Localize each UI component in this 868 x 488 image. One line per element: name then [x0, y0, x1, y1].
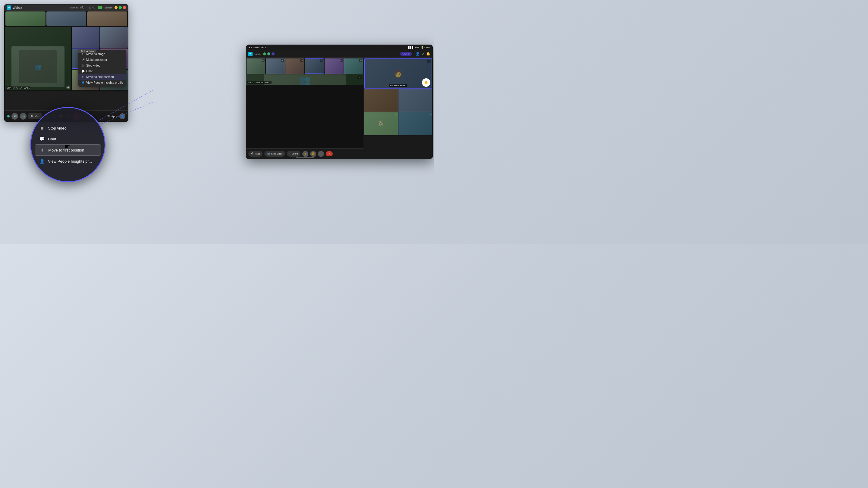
webex-app-icon: W [7, 5, 11, 10]
battery-icon: 🔋100% [421, 46, 430, 49]
tablet-webex-icon: W [248, 52, 253, 56]
audio-btn[interactable]: 🔊 [11, 113, 18, 120]
dot2 [267, 53, 270, 56]
tablet-status-dots [263, 53, 275, 56]
stop-video-icon: 🎥 [82, 64, 84, 67]
status-dot [7, 115, 10, 118]
t-cell-1[interactable]: ··· [364, 89, 398, 112]
t-thumb-2[interactable]: ··· [266, 59, 284, 74]
t-cell-2[interactable]: ··· [398, 89, 432, 112]
thumb-1[interactable] [5, 11, 45, 26]
tablet-video-icon: 📹 [267, 152, 270, 156]
maximize-btn[interactable] [119, 6, 122, 9]
tablet-mute-btn[interactable]: 🎙 Mute [248, 151, 262, 157]
meeting-info[interactable]: Meeting info [69, 6, 84, 9]
room-label: SHN7-16-GREAT WALL [6, 87, 30, 89]
tablet-room-label: SHN7-16-GREAT WALL [247, 81, 272, 84]
presenter-icon: 🎤 [82, 59, 84, 61]
person-wave-icon: ✋ [422, 78, 430, 87]
tablet-status-right: ▊▊▊ WiFi 🔋100% [408, 46, 430, 49]
spotlight-dots[interactable]: ··· [427, 60, 431, 63]
thumb-3[interactable] [87, 11, 127, 26]
vid-cell-2[interactable] [100, 27, 128, 48]
tablet-bell-icon[interactable]: 🔔 [426, 52, 430, 56]
dot1 [263, 53, 266, 56]
circle-chat[interactable]: 💬 Chat [35, 133, 101, 144]
apps-btn[interactable]: ⊞ Apps [108, 115, 118, 118]
cell-dots-3[interactable]: ··· [395, 113, 397, 116]
video-settings-btn[interactable]: 📹 [20, 113, 27, 120]
spotlight-cell[interactable]: 👩 Isabelle Brennan ··· ✋ [364, 59, 432, 89]
mute-btn[interactable]: 🎙 Mu... [28, 113, 42, 119]
circle-move-first-icon: ⬆ [39, 147, 45, 153]
layout-btn-small[interactable]: Layout [104, 6, 113, 9]
tablet-end-call-btn[interactable]: ✕ [326, 151, 333, 156]
ctx-stop-video[interactable]: 🎥 Stop video [79, 63, 126, 68]
tablet-react-btn[interactable]: 😊 [310, 151, 316, 157]
time-display: 12:40 [88, 6, 95, 9]
tablet-layout-btn[interactable]: Layout [400, 52, 412, 56]
cell-dots-4[interactable]: ··· [430, 113, 432, 116]
circle-stop-video-icon: ⏹ [39, 125, 45, 131]
t-thumb-6[interactable]: ··· [344, 59, 363, 74]
tablet-main: ··· ··· ··· ··· ··· [246, 58, 433, 159]
ctx-chat[interactable]: 💬 Chat [79, 68, 126, 74]
t-cell-4[interactable]: ··· [398, 112, 432, 135]
ctx-move-first[interactable]: ⬆ Move to first position [79, 74, 126, 80]
circle-people-insights[interactable]: 👤 View People Insights pr... [35, 156, 101, 167]
mic-icon: 🎙 [66, 86, 70, 89]
thumb-dots-1[interactable]: ··· [261, 59, 265, 62]
tablet-toolbar: W 12:40 Layout 👤 ↗ 🔔 [246, 50, 433, 58]
minimize-btn[interactable] [115, 6, 118, 9]
thumb-dots-6[interactable]: ··· [359, 59, 362, 62]
circle-stop-video[interactable]: ⏹ Stop video [35, 123, 101, 133]
home-indicator [296, 157, 314, 158]
cell-dots-1[interactable]: ··· [395, 90, 397, 93]
tablet-thumb-row: ··· ··· ··· ··· ··· [246, 58, 364, 74]
tablet-mic-icon: 🎙 [251, 152, 254, 156]
spotlight-name: Isabelle Brennan [389, 84, 407, 87]
tablet-stop-video-btn[interactable]: 📹 Stop video [264, 151, 285, 157]
t-thumb-3[interactable]: ··· [285, 59, 304, 74]
tablet-right-grid: 👩 Isabelle Brennan ··· ✋ ··· ··· 🐕 ··· [364, 58, 433, 159]
tablet-share-btn[interactable]: ↑ Share [287, 151, 301, 157]
unmute-bar[interactable]: 🎙 Unmute [79, 49, 96, 53]
window-controls: 12:40 ✓ Layout [88, 6, 126, 9]
tablet-left-panel: ··· ··· ··· ··· ··· [246, 58, 364, 159]
thumb-2[interactable] [46, 11, 87, 26]
tablet-statusbar: 9:41 Mon Jun 3 ▊▊▊ WiFi 🔋100% [246, 44, 433, 50]
tablet-video-dots[interactable]: ··· [358, 76, 362, 79]
t-cell-3[interactable]: 🐕 ··· [364, 112, 398, 135]
tablet-share-icon[interactable]: ↗ [422, 52, 424, 56]
thumb-dots-3[interactable]: ··· [300, 59, 304, 62]
t-thumb-4[interactable]: ··· [305, 59, 324, 74]
ctx-people-insights[interactable]: 👤 View People Insights profile [79, 80, 126, 86]
signal-icon: ▊▊▊ [408, 46, 413, 49]
circle-move-first[interactable]: ⬆ Move to first position [35, 144, 101, 156]
people-insights-icon-small: 👤 [82, 82, 84, 84]
chat-icon-small: 💬 [82, 70, 84, 73]
thumb-dots-5[interactable]: ··· [340, 59, 343, 62]
thumb-dots-2[interactable]: ··· [281, 59, 284, 62]
vid-cell-1[interactable] [72, 27, 99, 48]
cell-dots-2[interactable]: ··· [430, 90, 432, 93]
status-indicator: ✓ [98, 6, 102, 9]
participant-btn[interactable]: 👤 [119, 113, 125, 119]
thumb-dots-4[interactable]: ··· [320, 59, 323, 62]
tablet-bottom-bar: 🎙 Mute 📹 Stop video ↑ Share ⚡ 😊 ··· ✕ [246, 148, 364, 159]
move-first-icon-small: ⬆ [82, 76, 84, 78]
tablet-window: 9:41 Mon Jun 3 ▊▊▊ WiFi 🔋100% W 12:40 La… [246, 44, 433, 159]
webex-desktop-window: W Webex Meeting info 12:40 ✓ Layout [4, 4, 128, 122]
t-thumb-1[interactable]: ··· [247, 59, 265, 74]
t-thumb-5[interactable]: ··· [324, 59, 343, 74]
tablet-share-icon: ↑ [289, 152, 291, 156]
tablet-bluetooth-btn[interactable]: ⚡ [302, 151, 308, 157]
close-btn[interactable] [123, 6, 126, 9]
mic-btn-icon: 🎙 [30, 115, 34, 118]
circle-context-menu: ⏹ Stop video 💬 Chat ⬆ Move to first posi… [30, 107, 105, 182]
ctx-make-presenter[interactable]: 🎤 Make presenter [79, 57, 126, 63]
circle-chat-icon: 💬 [39, 136, 45, 142]
tablet-person-icon[interactable]: 👤 [415, 52, 420, 56]
context-menu: ⬆ Move to stage 🎤 Make presenter 🎥 Stop … [79, 50, 126, 87]
tablet-more-btn[interactable]: ··· [318, 151, 324, 157]
